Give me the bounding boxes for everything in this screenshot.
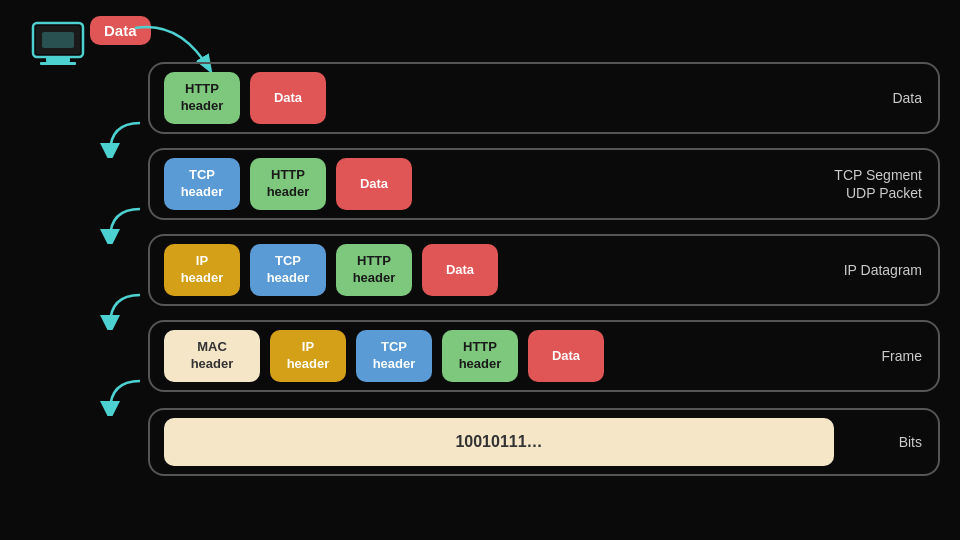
- data-box-row4: Data: [528, 330, 604, 382]
- http-header-box-row2: HTTPheader: [250, 158, 326, 210]
- row-data: HTTPheader Data Data: [148, 62, 940, 134]
- row5-label: Bits: [899, 433, 922, 451]
- row-bits: 10010111… Bits: [148, 408, 940, 476]
- row1-label: Data: [892, 89, 922, 107]
- http-header-box-row4: HTTPheader: [442, 330, 518, 382]
- http-header-box-row3: HTTPheader: [336, 244, 412, 296]
- http-header-box-row1: HTTPheader: [164, 72, 240, 124]
- arrow-4: [100, 376, 155, 416]
- computer-icon: [28, 18, 88, 73]
- row3-label: IP Datagram: [844, 261, 922, 279]
- diagram-container: Data: [0, 0, 960, 540]
- tcp-header-box-row2: TCPheader: [164, 158, 240, 210]
- svg-rect-4: [42, 32, 74, 48]
- bits-box: 10010111…: [164, 418, 834, 466]
- ip-header-box-row3: IPheader: [164, 244, 240, 296]
- arrow-3: [100, 290, 155, 330]
- data-box-row1: Data: [250, 72, 326, 124]
- row-frame: MACheader IPheader TCPheader HTTPheader …: [148, 320, 940, 392]
- row-tcp-segment: TCPheader HTTPheader Data TCP SegmentUDP…: [148, 148, 940, 220]
- svg-rect-1: [46, 57, 70, 62]
- tcp-header-box-row3: TCPheader: [250, 244, 326, 296]
- data-box-row3: Data: [422, 244, 498, 296]
- data-box-row2: Data: [336, 158, 412, 210]
- row4-label: Frame: [882, 347, 922, 365]
- tcp-header-box-row4: TCPheader: [356, 330, 432, 382]
- arrow-2: [100, 204, 155, 244]
- row-ip-datagram: IPheader TCPheader HTTPheader Data IP Da…: [148, 234, 940, 306]
- ip-header-box-row4: IPheader: [270, 330, 346, 382]
- top-data-bubble: Data: [90, 16, 151, 45]
- arrow-1: [100, 118, 155, 158]
- svg-rect-2: [40, 62, 76, 65]
- mac-header-box-row4: MACheader: [164, 330, 260, 382]
- row2-label: TCP SegmentUDP Packet: [834, 166, 922, 202]
